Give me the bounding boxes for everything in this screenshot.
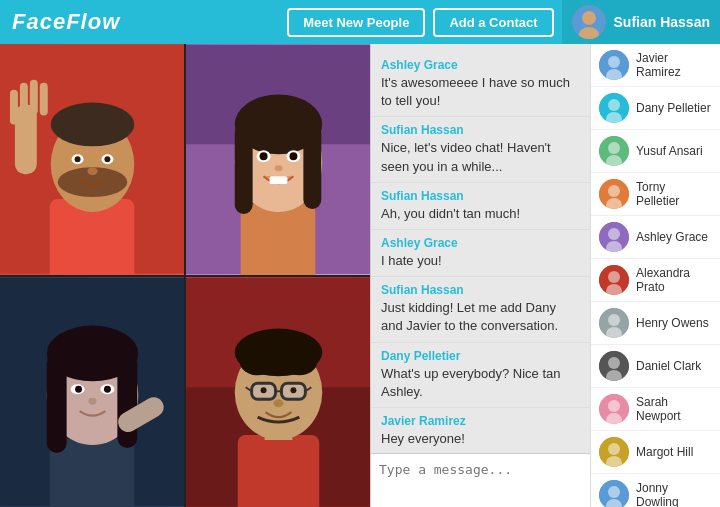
- contact-item[interactable]: Dany Pelletier: [591, 87, 720, 130]
- message-text: Nice, let's video chat! Haven't seen you…: [381, 139, 580, 175]
- message-block: Dany PelletierWhat's up everybody? Nice …: [371, 343, 590, 408]
- svg-rect-48: [238, 435, 320, 507]
- svg-point-87: [608, 400, 620, 412]
- meet-new-people-button[interactable]: Meet New People: [287, 8, 425, 37]
- contact-item[interactable]: Margot Hill: [591, 431, 720, 474]
- chat-input-area: [371, 453, 590, 507]
- svg-point-66: [608, 99, 620, 111]
- svg-point-63: [608, 56, 620, 68]
- message-text: I hate you!: [381, 252, 580, 270]
- svg-point-61: [274, 399, 284, 407]
- svg-rect-21: [241, 204, 316, 274]
- svg-point-84: [608, 357, 620, 369]
- message-block: Sufian HassanAh, you didn't tan much!: [371, 183, 590, 230]
- svg-point-12: [104, 156, 110, 162]
- contact-item[interactable]: Henry Owens: [591, 302, 720, 345]
- contact-item[interactable]: Yusuf Ansari: [591, 130, 720, 173]
- video-cell-3: [0, 277, 184, 508]
- contact-name: Alexandra Prato: [636, 266, 712, 295]
- svg-point-44: [89, 397, 97, 404]
- svg-point-75: [608, 228, 620, 240]
- svg-rect-39: [117, 353, 137, 447]
- contacts-panel: Javier Ramirez Dany Pelletier Yusuf Ansa…: [590, 44, 720, 507]
- header: FaceFlow Meet New People Add a Contact S…: [0, 0, 720, 44]
- message-text: What's up everybody? Nice tan Ashley.: [381, 365, 580, 401]
- svg-rect-17: [30, 80, 38, 115]
- svg-point-72: [608, 185, 620, 197]
- contact-item[interactable]: Daniel Clark: [591, 345, 720, 388]
- current-user-name: Sufian Hassan: [614, 14, 710, 30]
- message-sender: Sufian Hassan: [381, 123, 580, 137]
- svg-point-93: [608, 486, 620, 498]
- svg-point-30: [289, 152, 297, 160]
- contact-item[interactable]: Jonny Dowling: [591, 474, 720, 507]
- svg-point-59: [261, 387, 267, 393]
- svg-rect-25: [235, 124, 253, 214]
- svg-point-90: [608, 443, 620, 455]
- contact-avatar: [599, 437, 629, 467]
- svg-point-10: [75, 156, 81, 162]
- contact-avatar: [599, 308, 629, 338]
- contact-name: Henry Owens: [636, 316, 709, 330]
- svg-point-41: [75, 385, 82, 392]
- contact-avatar: [599, 351, 629, 381]
- svg-point-28: [260, 152, 268, 160]
- contact-item[interactable]: Ashley Grace: [591, 216, 720, 259]
- contact-name: Daniel Clark: [636, 359, 701, 373]
- contact-avatar: [599, 136, 629, 166]
- svg-rect-32: [270, 176, 288, 184]
- contact-name: Yusuf Ansari: [636, 144, 703, 158]
- message-block: Sufian HassanJust kidding! Let me add Da…: [371, 277, 590, 342]
- contact-name: Jonny Dowling: [636, 481, 712, 507]
- svg-rect-18: [40, 83, 48, 116]
- add-contact-button[interactable]: Add a Contact: [433, 8, 553, 37]
- message-text: Ah, you didn't tan much!: [381, 205, 580, 223]
- contact-item[interactable]: Torny Pelletier: [591, 173, 720, 216]
- message-block: Sufian HassanNice, let's video chat! Hav…: [371, 117, 590, 182]
- contact-name: Margot Hill: [636, 445, 693, 459]
- svg-point-81: [608, 314, 620, 326]
- contact-avatar: [599, 394, 629, 424]
- main-layout: Ashley GraceIt's awesomeeee I have so mu…: [0, 44, 720, 507]
- video-panel: [0, 44, 370, 507]
- message-block: Javier RamirezHey everyone!: [371, 408, 590, 453]
- contact-name: Ashley Grace: [636, 230, 708, 244]
- message-sender: Javier Ramirez: [381, 414, 580, 428]
- svg-point-52: [240, 347, 276, 375]
- contact-item[interactable]: Sarah Newport: [591, 388, 720, 431]
- contact-name: Torny Pelletier: [636, 180, 712, 209]
- svg-point-60: [290, 387, 296, 393]
- message-sender: Ashley Grace: [381, 58, 580, 72]
- svg-rect-26: [303, 124, 321, 209]
- logo: FaceFlow: [12, 9, 287, 35]
- svg-point-31: [275, 165, 283, 171]
- chat-input[interactable]: [379, 462, 582, 499]
- current-user-avatar: [572, 5, 606, 39]
- svg-rect-15: [10, 90, 18, 125]
- video-cell-2: [186, 44, 370, 275]
- message-text: Hey everyone!: [381, 430, 580, 448]
- contact-avatar: [599, 222, 629, 252]
- message-text: Just kidding! Let me add Dany and Javier…: [381, 299, 580, 335]
- message-text: It's awesomeeee I have so much to tell y…: [381, 74, 580, 110]
- contact-avatar: [599, 480, 629, 507]
- contact-name: Javier Ramirez: [636, 51, 712, 80]
- message-block: Ashley GraceIt's awesomeeee I have so mu…: [371, 52, 590, 117]
- message-sender: Dany Pelletier: [381, 349, 580, 363]
- svg-point-13: [88, 167, 98, 175]
- svg-point-1: [582, 11, 596, 25]
- video-cell-4: [186, 277, 370, 508]
- contact-name: Dany Pelletier: [636, 101, 711, 115]
- svg-point-53: [281, 347, 317, 375]
- chat-panel: Ashley GraceIt's awesomeeee I have so mu…: [370, 44, 590, 507]
- contact-avatar: [599, 93, 629, 123]
- message-sender: Sufian Hassan: [381, 189, 580, 203]
- contact-name: Sarah Newport: [636, 395, 712, 424]
- message-sender: Ashley Grace: [381, 236, 580, 250]
- message-block: Ashley GraceI hate you!: [371, 230, 590, 277]
- contact-item[interactable]: Alexandra Prato: [591, 259, 720, 302]
- contact-item[interactable]: Javier Ramirez: [591, 44, 720, 87]
- svg-point-69: [608, 142, 620, 154]
- contact-avatar: [599, 50, 629, 80]
- svg-rect-16: [20, 83, 28, 118]
